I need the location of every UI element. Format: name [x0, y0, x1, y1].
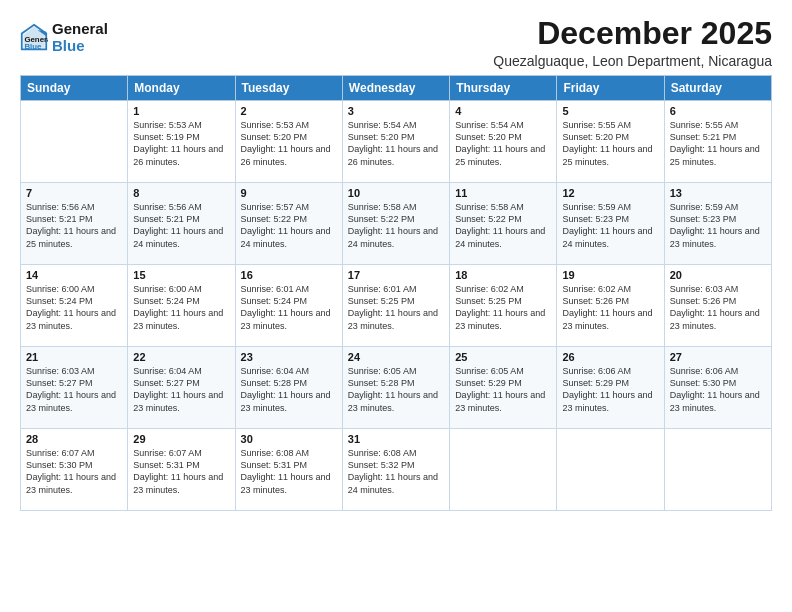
calendar-cell — [450, 429, 557, 511]
day-number: 18 — [455, 269, 551, 281]
day-number: 14 — [26, 269, 122, 281]
calendar-week-2: 7 Sunrise: 5:56 AMSunset: 5:21 PMDayligh… — [21, 183, 772, 265]
day-number: 1 — [133, 105, 229, 117]
logo: General Blue General Blue — [20, 20, 108, 55]
logo-icon: General Blue — [20, 23, 48, 51]
day-number: 10 — [348, 187, 444, 199]
cell-info: Sunrise: 6:05 AMSunset: 5:29 PMDaylight:… — [455, 365, 551, 414]
col-wednesday: Wednesday — [342, 76, 449, 101]
calendar: Sunday Monday Tuesday Wednesday Thursday… — [20, 75, 772, 511]
day-number: 30 — [241, 433, 337, 445]
calendar-cell: 18 Sunrise: 6:02 AMSunset: 5:25 PMDaylig… — [450, 265, 557, 347]
day-number: 5 — [562, 105, 658, 117]
day-number: 20 — [670, 269, 766, 281]
calendar-week-5: 28 Sunrise: 6:07 AMSunset: 5:30 PMDaylig… — [21, 429, 772, 511]
cell-info: Sunrise: 6:02 AMSunset: 5:25 PMDaylight:… — [455, 283, 551, 332]
calendar-week-4: 21 Sunrise: 6:03 AMSunset: 5:27 PMDaylig… — [21, 347, 772, 429]
subtitle: Quezalguaque, Leon Department, Nicaragua — [493, 53, 772, 69]
calendar-cell: 6 Sunrise: 5:55 AMSunset: 5:21 PMDayligh… — [664, 101, 771, 183]
calendar-cell: 14 Sunrise: 6:00 AMSunset: 5:24 PMDaylig… — [21, 265, 128, 347]
day-number: 6 — [670, 105, 766, 117]
calendar-cell: 13 Sunrise: 5:59 AMSunset: 5:23 PMDaylig… — [664, 183, 771, 265]
day-number: 31 — [348, 433, 444, 445]
col-saturday: Saturday — [664, 76, 771, 101]
day-number: 29 — [133, 433, 229, 445]
calendar-cell: 3 Sunrise: 5:54 AMSunset: 5:20 PMDayligh… — [342, 101, 449, 183]
calendar-cell: 7 Sunrise: 5:56 AMSunset: 5:21 PMDayligh… — [21, 183, 128, 265]
calendar-cell: 11 Sunrise: 5:58 AMSunset: 5:22 PMDaylig… — [450, 183, 557, 265]
day-number: 27 — [670, 351, 766, 363]
cell-info: Sunrise: 6:03 AMSunset: 5:26 PMDaylight:… — [670, 283, 766, 332]
cell-info: Sunrise: 6:02 AMSunset: 5:26 PMDaylight:… — [562, 283, 658, 332]
cell-info: Sunrise: 6:08 AMSunset: 5:32 PMDaylight:… — [348, 447, 444, 496]
logo-line2: Blue — [52, 37, 108, 54]
day-number: 17 — [348, 269, 444, 281]
calendar-cell: 23 Sunrise: 6:04 AMSunset: 5:28 PMDaylig… — [235, 347, 342, 429]
cell-info: Sunrise: 6:00 AMSunset: 5:24 PMDaylight:… — [133, 283, 229, 332]
day-number: 2 — [241, 105, 337, 117]
day-number: 19 — [562, 269, 658, 281]
calendar-cell: 19 Sunrise: 6:02 AMSunset: 5:26 PMDaylig… — [557, 265, 664, 347]
calendar-cell: 15 Sunrise: 6:00 AMSunset: 5:24 PMDaylig… — [128, 265, 235, 347]
cell-info: Sunrise: 5:58 AMSunset: 5:22 PMDaylight:… — [455, 201, 551, 250]
day-number: 12 — [562, 187, 658, 199]
day-number: 25 — [455, 351, 551, 363]
day-number: 28 — [26, 433, 122, 445]
cell-info: Sunrise: 6:06 AMSunset: 5:29 PMDaylight:… — [562, 365, 658, 414]
calendar-cell: 10 Sunrise: 5:58 AMSunset: 5:22 PMDaylig… — [342, 183, 449, 265]
cell-info: Sunrise: 6:07 AMSunset: 5:31 PMDaylight:… — [133, 447, 229, 496]
page: General Blue General Blue December 2025 … — [0, 0, 792, 521]
day-number: 16 — [241, 269, 337, 281]
calendar-cell — [21, 101, 128, 183]
day-number: 7 — [26, 187, 122, 199]
month-title: December 2025 — [493, 16, 772, 51]
day-number: 24 — [348, 351, 444, 363]
cell-info: Sunrise: 6:01 AMSunset: 5:25 PMDaylight:… — [348, 283, 444, 332]
cell-info: Sunrise: 5:56 AMSunset: 5:21 PMDaylight:… — [26, 201, 122, 250]
col-friday: Friday — [557, 76, 664, 101]
day-number: 21 — [26, 351, 122, 363]
calendar-cell: 21 Sunrise: 6:03 AMSunset: 5:27 PMDaylig… — [21, 347, 128, 429]
cell-info: Sunrise: 6:03 AMSunset: 5:27 PMDaylight:… — [26, 365, 122, 414]
cell-info: Sunrise: 6:08 AMSunset: 5:31 PMDaylight:… — [241, 447, 337, 496]
cell-info: Sunrise: 5:54 AMSunset: 5:20 PMDaylight:… — [455, 119, 551, 168]
calendar-cell: 16 Sunrise: 6:01 AMSunset: 5:24 PMDaylig… — [235, 265, 342, 347]
cell-info: Sunrise: 5:53 AMSunset: 5:19 PMDaylight:… — [133, 119, 229, 168]
day-number: 22 — [133, 351, 229, 363]
day-number: 11 — [455, 187, 551, 199]
cell-info: Sunrise: 5:55 AMSunset: 5:20 PMDaylight:… — [562, 119, 658, 168]
calendar-cell: 12 Sunrise: 5:59 AMSunset: 5:23 PMDaylig… — [557, 183, 664, 265]
day-number: 3 — [348, 105, 444, 117]
cell-info: Sunrise: 5:56 AMSunset: 5:21 PMDaylight:… — [133, 201, 229, 250]
svg-text:Blue: Blue — [24, 43, 42, 52]
calendar-cell — [664, 429, 771, 511]
calendar-cell — [557, 429, 664, 511]
col-monday: Monday — [128, 76, 235, 101]
calendar-cell: 17 Sunrise: 6:01 AMSunset: 5:25 PMDaylig… — [342, 265, 449, 347]
calendar-cell: 20 Sunrise: 6:03 AMSunset: 5:26 PMDaylig… — [664, 265, 771, 347]
calendar-cell: 24 Sunrise: 6:05 AMSunset: 5:28 PMDaylig… — [342, 347, 449, 429]
calendar-cell: 8 Sunrise: 5:56 AMSunset: 5:21 PMDayligh… — [128, 183, 235, 265]
calendar-cell: 2 Sunrise: 5:53 AMSunset: 5:20 PMDayligh… — [235, 101, 342, 183]
calendar-cell: 4 Sunrise: 5:54 AMSunset: 5:20 PMDayligh… — [450, 101, 557, 183]
cell-info: Sunrise: 6:07 AMSunset: 5:30 PMDaylight:… — [26, 447, 122, 496]
cell-info: Sunrise: 5:53 AMSunset: 5:20 PMDaylight:… — [241, 119, 337, 168]
calendar-cell: 31 Sunrise: 6:08 AMSunset: 5:32 PMDaylig… — [342, 429, 449, 511]
calendar-cell: 25 Sunrise: 6:05 AMSunset: 5:29 PMDaylig… — [450, 347, 557, 429]
calendar-cell: 22 Sunrise: 6:04 AMSunset: 5:27 PMDaylig… — [128, 347, 235, 429]
cell-info: Sunrise: 5:54 AMSunset: 5:20 PMDaylight:… — [348, 119, 444, 168]
calendar-week-3: 14 Sunrise: 6:00 AMSunset: 5:24 PMDaylig… — [21, 265, 772, 347]
logo-line1: General — [52, 20, 108, 37]
calendar-cell: 1 Sunrise: 5:53 AMSunset: 5:19 PMDayligh… — [128, 101, 235, 183]
cell-info: Sunrise: 6:04 AMSunset: 5:27 PMDaylight:… — [133, 365, 229, 414]
cell-info: Sunrise: 5:57 AMSunset: 5:22 PMDaylight:… — [241, 201, 337, 250]
col-tuesday: Tuesday — [235, 76, 342, 101]
calendar-cell: 26 Sunrise: 6:06 AMSunset: 5:29 PMDaylig… — [557, 347, 664, 429]
day-number: 15 — [133, 269, 229, 281]
cell-info: Sunrise: 5:55 AMSunset: 5:21 PMDaylight:… — [670, 119, 766, 168]
cell-info: Sunrise: 6:04 AMSunset: 5:28 PMDaylight:… — [241, 365, 337, 414]
cell-info: Sunrise: 5:59 AMSunset: 5:23 PMDaylight:… — [562, 201, 658, 250]
col-sunday: Sunday — [21, 76, 128, 101]
day-number: 8 — [133, 187, 229, 199]
calendar-cell: 30 Sunrise: 6:08 AMSunset: 5:31 PMDaylig… — [235, 429, 342, 511]
